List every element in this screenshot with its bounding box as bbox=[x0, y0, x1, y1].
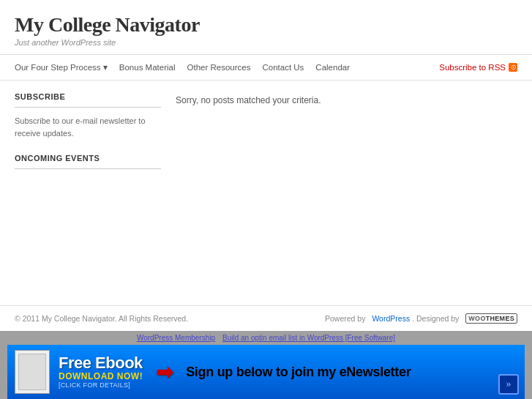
no-posts-message: Sorry, no posts matched your criteria. bbox=[176, 95, 517, 105]
nav-item-calendar[interactable]: Calendar bbox=[310, 61, 356, 73]
ebook-cover-image bbox=[15, 350, 50, 394]
nav-item-four-step[interactable]: Our Four Step Process ▾ bbox=[15, 61, 113, 74]
nav-bar: Our Four Step Process ▾ Bonus Material O… bbox=[0, 55, 532, 81]
woo-text: WOO bbox=[468, 315, 485, 322]
site-title[interactable]: My College Navigator bbox=[15, 13, 517, 37]
sidebar-divider-1 bbox=[15, 107, 161, 108]
ebook-text-block: Free Ebook DOWNLOAD NOW! [CLICK FOR DETA… bbox=[59, 355, 143, 389]
nav-item-contact[interactable]: Contact Us bbox=[256, 61, 310, 73]
footer-powered-by: Powered by WordPress . Designed by WOOTH… bbox=[325, 313, 517, 324]
nav-item-other-resources[interactable]: Other Resources bbox=[181, 61, 257, 73]
designed-by-text: . Designed by bbox=[412, 314, 459, 323]
powered-by-text: Powered by bbox=[325, 314, 365, 323]
nav-links: Our Four Step Process ▾ Bonus Material O… bbox=[15, 61, 439, 74]
posts-area: Sorry, no posts matched your criteria. bbox=[176, 92, 517, 294]
sidebar-divider-2 bbox=[15, 168, 161, 169]
download-now-label: DOWNLOAD NOW! bbox=[59, 371, 143, 381]
sign-up-text: Sign up below to join my eNewsletter bbox=[186, 365, 411, 380]
banner-link-membership[interactable]: WordPress Membership bbox=[137, 334, 215, 342]
sidebar-subscribe-heading: SUBSCRIBE bbox=[15, 92, 161, 101]
free-ebook-title: Free Ebook bbox=[59, 355, 143, 371]
sidebar: SUBSCRIBE Subscribe to our e-mail newsle… bbox=[15, 92, 161, 294]
subscribe-rss-label: Subscribe to RSS bbox=[439, 63, 506, 72]
woo-themes-badge[interactable]: WOOTHEMES bbox=[465, 313, 517, 324]
banner-link-optin[interactable]: Build an optin email list in WordPress [… bbox=[222, 334, 395, 342]
site-footer: © 2011 My College Navigator. All Rights … bbox=[0, 305, 532, 331]
sidebar-events-heading: ONCOMING EVENTS bbox=[15, 154, 161, 163]
ebook-text: Ebook bbox=[95, 354, 143, 372]
blue-banner[interactable]: Free Ebook DOWNLOAD NOW! [CLICK FOR DETA… bbox=[7, 345, 525, 399]
ebook-cover-inner bbox=[18, 354, 46, 390]
main-content: My College Navigator Just another WordPr… bbox=[0, 0, 532, 331]
themes-text: THEMES bbox=[486, 315, 514, 322]
site-tagline: Just another WordPress site bbox=[15, 38, 517, 47]
nav-item-bonus[interactable]: Bonus Material bbox=[113, 61, 181, 73]
scroll-down-indicator[interactable]: » bbox=[498, 374, 519, 395]
click-details-label: [CLICK FOR DETAILS] bbox=[59, 381, 143, 389]
sidebar-subscribe-text: Subscribe to our e-mail newsletter to re… bbox=[15, 115, 161, 139]
content-area: SUBSCRIBE Subscribe to our e-mail newsle… bbox=[0, 81, 532, 305]
wordpress-link[interactable]: WordPress bbox=[372, 314, 410, 323]
bottom-banner: WordPress Membership Build an optin emai… bbox=[0, 331, 532, 399]
banner-links: WordPress Membership Build an optin emai… bbox=[137, 334, 395, 342]
free-text: Free bbox=[59, 354, 95, 372]
arrow-right-icon: ➡ bbox=[156, 360, 173, 384]
site-header: My College Navigator Just another WordPr… bbox=[0, 0, 532, 55]
footer-copyright: © 2011 My College Navigator. All Rights … bbox=[15, 314, 188, 323]
rss-icon: ☉ bbox=[509, 63, 517, 72]
page-wrapper: My College Navigator Just another WordPr… bbox=[0, 0, 532, 399]
subscribe-rss-link[interactable]: Subscribe to RSS ☉ bbox=[439, 63, 517, 72]
